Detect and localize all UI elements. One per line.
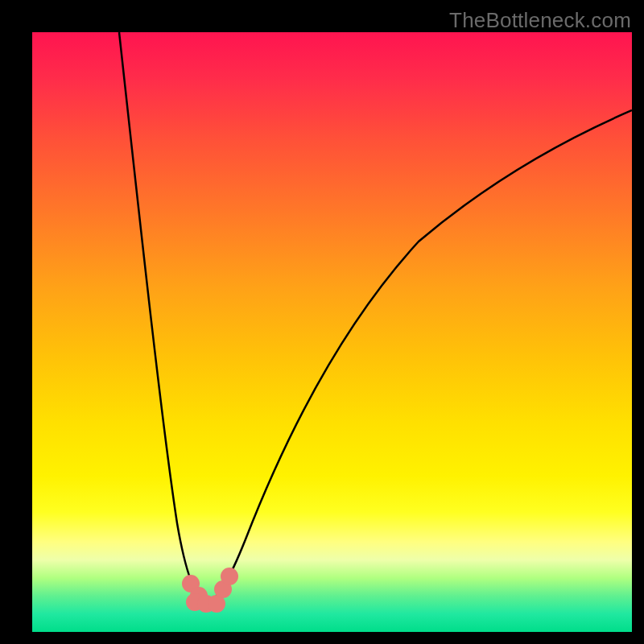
- curve-overlay: [32, 32, 632, 632]
- right-curve-path: [208, 110, 632, 601]
- watermark-text: TheBottleneck.com: [449, 8, 631, 33]
- marker-dot: [221, 568, 238, 585]
- left-curve-path: [119, 32, 208, 601]
- chart-area: [32, 32, 632, 632]
